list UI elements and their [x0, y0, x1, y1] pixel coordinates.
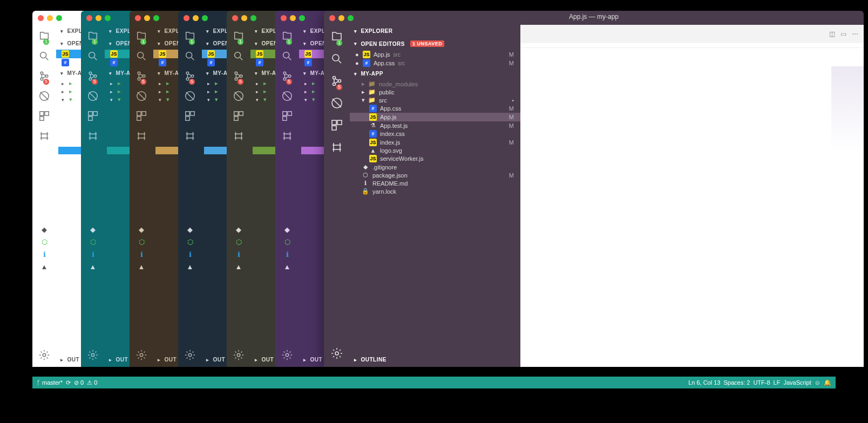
explorer-icon[interactable]: 1 [233, 30, 245, 44]
encoding-indicator[interactable]: UTF-8 [753, 379, 770, 386]
explorer-icon[interactable]: 1 [38, 30, 50, 44]
minimap[interactable] [831, 66, 864, 153]
search-icon[interactable] [87, 50, 99, 64]
source-control-icon[interactable]: 5 [184, 70, 196, 84]
source-control-icon[interactable]: 5 [135, 70, 147, 84]
code-area[interactable] [520, 48, 864, 367]
tree-item[interactable]: ℹREADME.md [350, 179, 520, 187]
window-title: App.js — my-app [324, 13, 864, 21]
svg-point-46 [283, 72, 286, 74]
source-control-icon[interactable]: 5 [233, 70, 245, 84]
gear-icon[interactable] [87, 349, 99, 363]
breadcrumbs[interactable] [520, 43, 864, 48]
errors-indicator[interactable]: ⊘ 0 [74, 379, 84, 386]
explorer-icon[interactable]: 1 [87, 30, 99, 44]
svg-point-8 [43, 353, 46, 357]
debug-icon[interactable] [184, 90, 196, 104]
hash-icon[interactable] [135, 130, 147, 144]
hash-icon[interactable] [38, 130, 50, 144]
svg-rect-32 [186, 112, 189, 115]
tree-item[interactable]: ▲logo.svg [350, 147, 520, 154]
explorer-icon[interactable]: 1 [135, 30, 147, 44]
tree-item[interactable]: JSindex.jsM [350, 138, 520, 147]
feedback-icon[interactable]: ☺ [815, 379, 820, 386]
tree-item[interactable]: ⬡package.jsonM [350, 171, 520, 179]
bell-icon[interactable]: 🔔 [824, 379, 831, 386]
debug-icon[interactable] [330, 97, 343, 111]
svg-point-29 [186, 78, 189, 80]
open-editor-item[interactable]: ●#App.csssrcM [350, 59, 520, 67]
gear-icon[interactable] [281, 349, 293, 363]
svg-rect-51 [288, 112, 291, 115]
split-icon[interactable]: ◫ [829, 30, 835, 38]
editor: ◫ ▭ ⋯ [520, 25, 864, 367]
svg-rect-14 [89, 112, 92, 115]
eol-indicator[interactable]: LF [774, 379, 781, 386]
search-icon[interactable] [233, 50, 245, 64]
gear-icon[interactable] [38, 349, 50, 363]
extensions-icon[interactable] [233, 110, 245, 124]
hash-icon[interactable] [281, 130, 293, 144]
tree-item[interactable]: JSserviceWorker.js [350, 154, 520, 163]
extensions-icon[interactable] [281, 110, 293, 124]
extensions-icon[interactable] [330, 119, 343, 133]
cursor-position[interactable]: Ln 6, Col 13 [688, 379, 720, 386]
sync-icon[interactable]: ⟳ [66, 379, 71, 386]
source-control-icon[interactable]: 5 [87, 70, 99, 84]
source-control-icon[interactable]: 5 [281, 70, 293, 84]
search-icon[interactable] [38, 50, 50, 64]
svg-point-44 [237, 353, 240, 357]
tree-item[interactable]: ⚗App.test.jsM [350, 121, 520, 129]
gear-icon[interactable] [135, 349, 147, 363]
debug-icon[interactable] [135, 90, 147, 104]
extensions-icon[interactable] [87, 110, 99, 124]
search-icon[interactable] [135, 50, 147, 64]
project-header[interactable]: MY-APP [350, 67, 520, 80]
debug-icon[interactable] [233, 90, 245, 104]
gear-icon[interactable] [330, 347, 343, 361]
explorer-icon[interactable]: 1 [281, 30, 293, 44]
explorer-icon[interactable]: 1 [330, 30, 343, 45]
tree-item[interactable]: #App.cssM [350, 104, 520, 113]
tree-item[interactable]: ▾ 📁src• [350, 96, 520, 104]
tree-item[interactable]: ▸ 📁public [350, 88, 520, 96]
svg-point-0 [40, 52, 46, 58]
svg-point-2 [40, 78, 43, 80]
branch-indicator[interactable]: ᚶ master* [37, 379, 63, 386]
indent-indicator[interactable]: Spaces: 2 [723, 379, 750, 386]
debug-icon[interactable] [87, 90, 99, 104]
tree-item[interactable]: JSApp.jsM [350, 113, 520, 121]
more-icon[interactable]: ⋯ [852, 30, 858, 38]
tree-item[interactable]: #index.css [350, 129, 520, 138]
hash-icon[interactable] [184, 130, 196, 144]
open-editors-header[interactable]: OPEN EDITORS 1 UNSAVED [350, 37, 520, 50]
status-bar: ᚶ master* ⟳ ⊘ 0 ⚠ 0 Ln 6, Col 13 Spaces:… [32, 377, 836, 388]
search-icon[interactable] [330, 52, 343, 67]
lang-indicator[interactable]: JavaScript [783, 379, 811, 386]
debug-icon[interactable] [38, 90, 50, 104]
warnings-indicator[interactable]: ⚠ 0 [87, 379, 97, 386]
search-icon[interactable] [184, 50, 196, 64]
hash-icon[interactable] [87, 130, 99, 144]
outline-header[interactable]: OUTLINE [350, 353, 391, 366]
layout-icon[interactable]: ▭ [840, 30, 846, 38]
svg-point-28 [186, 72, 189, 74]
gear-icon[interactable] [233, 349, 245, 363]
explorer-header: EXPLORER [350, 25, 520, 37]
hash-icon[interactable] [233, 130, 245, 144]
tree-item[interactable]: ▸ 📁node_modules [350, 80, 520, 88]
extensions-icon[interactable] [184, 110, 196, 124]
debug-icon[interactable] [281, 90, 293, 104]
source-control-icon[interactable]: 5 [38, 70, 50, 84]
tree-item[interactable]: ◆.gitignore [350, 163, 520, 171]
extensions-icon[interactable] [135, 110, 147, 124]
explorer-icon[interactable]: 1 [184, 30, 196, 44]
open-editor-item[interactable]: ●JSApp.jssrcM [350, 50, 520, 59]
tree-item[interactable]: 🔒yarn.lock [350, 187, 520, 195]
svg-point-17 [91, 353, 94, 357]
extensions-icon[interactable] [38, 110, 50, 124]
search-icon[interactable] [281, 50, 293, 64]
hash-icon[interactable] [330, 141, 343, 155]
gear-icon[interactable] [184, 349, 196, 363]
source-control-icon[interactable]: 5 [330, 74, 343, 89]
